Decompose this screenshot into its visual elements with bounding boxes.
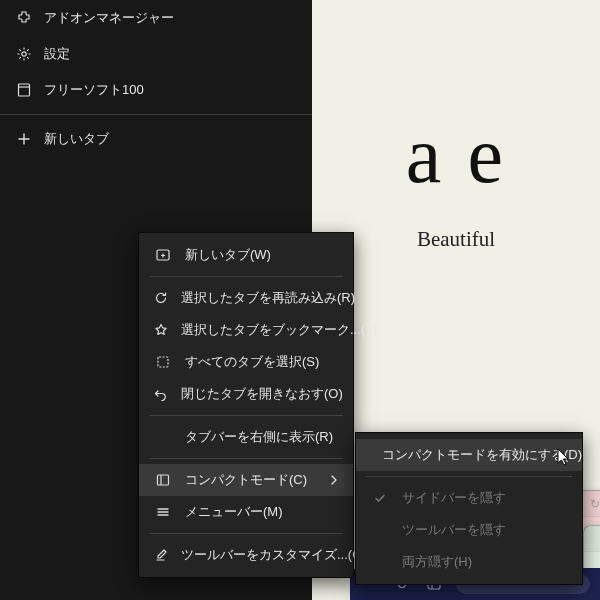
sidebar-separator bbox=[0, 114, 312, 115]
sidebar-item-label: アドオンマネージャー bbox=[44, 9, 174, 27]
menu-customize-toolbar[interactable]: ツールバーをカスタマイズ...(C) bbox=[139, 539, 353, 571]
svg-rect-3 bbox=[19, 84, 30, 96]
svg-rect-6 bbox=[158, 357, 168, 367]
submenu-hide-toolbar[interactable]: ツールバーを隠す bbox=[356, 514, 582, 546]
page-icon bbox=[16, 82, 32, 98]
brush-icon bbox=[153, 547, 169, 563]
menu-item-label: 両方隠す(H) bbox=[402, 553, 568, 571]
menu-item-label: 選択したタブを再読み込み(R) bbox=[181, 289, 355, 307]
sidebar-new-tab[interactable]: 新しいタブ bbox=[0, 121, 312, 157]
tab-context-menu: 新しいタブ(W) 選択したタブを再読み込み(R) 選択したタブをブックマーク..… bbox=[138, 232, 354, 578]
reload-icon: ↻ bbox=[590, 497, 600, 511]
menu-item-label: サイドバーを隠す bbox=[402, 489, 568, 507]
menu-select-all-tabs[interactable]: すべてのタブを選択(S) bbox=[139, 346, 353, 378]
new-tab-icon bbox=[153, 247, 173, 263]
sidebar-item-label: 設定 bbox=[44, 45, 70, 63]
menu-icon bbox=[153, 504, 173, 520]
sidebar-item-freesoft100[interactable]: フリーソフト100 bbox=[0, 72, 312, 108]
sidebar-item-label: フリーソフト100 bbox=[44, 81, 144, 99]
gear-icon bbox=[16, 46, 32, 62]
menu-item-label: ツールバーを隠す bbox=[402, 521, 568, 539]
select-all-icon bbox=[153, 354, 173, 370]
star-icon bbox=[153, 322, 169, 338]
svg-rect-7 bbox=[158, 475, 169, 485]
menu-separator bbox=[149, 415, 343, 416]
puzzle-icon bbox=[16, 10, 32, 26]
menu-item-label: ツールバーをカスタマイズ...(C) bbox=[181, 546, 366, 564]
menu-item-label: すべてのタブを選択(S) bbox=[185, 353, 339, 371]
menu-separator bbox=[366, 476, 572, 477]
compact-mode-submenu: コンパクトモードを有効にする(D) サイドバーを隠す ツールバーを隠す 両方隠す… bbox=[355, 432, 583, 585]
reload-icon bbox=[153, 290, 169, 306]
sidebar-item-settings[interactable]: 設定 bbox=[0, 36, 312, 72]
menu-separator bbox=[149, 533, 343, 534]
menu-separator bbox=[149, 276, 343, 277]
menu-item-label: 閉じたタブを開きなおす(O) bbox=[181, 385, 343, 403]
page-headline: a e bbox=[406, 110, 507, 201]
menu-item-label: メニューバー(M) bbox=[185, 503, 339, 521]
check-icon bbox=[370, 491, 390, 505]
menu-new-tab[interactable]: 新しいタブ(W) bbox=[139, 239, 353, 271]
submenu-enable-compact[interactable]: コンパクトモードを有効にする(D) bbox=[356, 439, 582, 471]
sidebar-item-addon-manager[interactable]: アドオンマネージャー bbox=[0, 0, 312, 36]
submenu-hide-both[interactable]: 両方隠す(H) bbox=[356, 546, 582, 578]
plus-icon bbox=[16, 131, 32, 147]
menu-item-label: 選択したタブをブックマーク...(T) bbox=[181, 321, 377, 339]
layout-icon bbox=[153, 472, 173, 488]
menu-item-label: タブバーを右側に表示(R) bbox=[185, 428, 339, 446]
menu-item-label: コンパクトモードを有効にする(D) bbox=[382, 446, 582, 464]
menu-menubar[interactable]: メニューバー(M) bbox=[139, 496, 353, 528]
sidebar-item-label: 新しいタブ bbox=[44, 130, 109, 148]
menu-undo-close-tab[interactable]: 閉じたタブを開きなおす(O) bbox=[139, 378, 353, 410]
chevron-right-icon bbox=[329, 475, 339, 485]
page-tagline: Beautiful bbox=[417, 227, 495, 252]
menu-reload-tab[interactable]: 選択したタブを再読み込み(R) bbox=[139, 282, 353, 314]
menu-item-label: 新しいタブ(W) bbox=[185, 246, 339, 264]
submenu-hide-sidebar[interactable]: サイドバーを隠す bbox=[356, 482, 582, 514]
undo-icon bbox=[153, 386, 169, 402]
menu-separator bbox=[149, 458, 343, 459]
menu-tabbar-right[interactable]: タブバーを右側に表示(R) bbox=[139, 421, 353, 453]
menu-compact-mode[interactable]: コンパクトモード(C) bbox=[139, 464, 353, 496]
menu-item-label: コンパクトモード(C) bbox=[185, 471, 317, 489]
svg-point-2 bbox=[22, 52, 26, 56]
menu-bookmark-tab[interactable]: 選択したタブをブックマーク...(T) bbox=[139, 314, 353, 346]
